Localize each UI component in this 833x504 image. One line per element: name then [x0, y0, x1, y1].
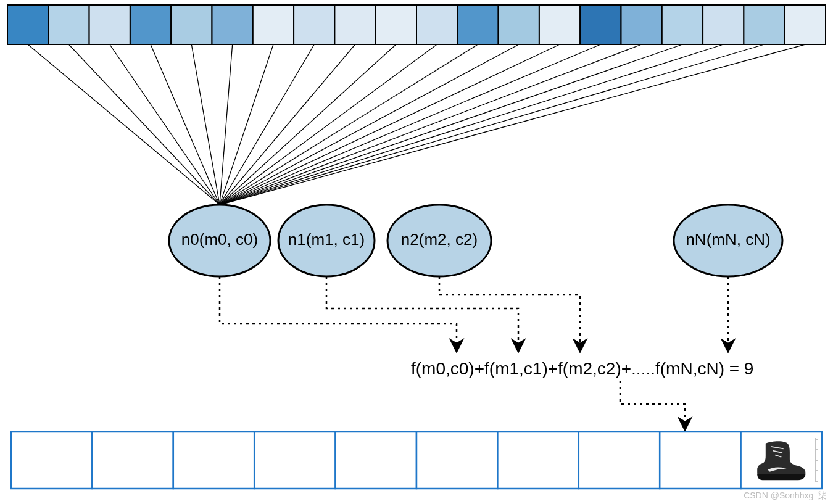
input-cell [499, 5, 539, 44]
input-cell [334, 5, 375, 44]
svg-line-14 [220, 44, 600, 205]
input-cell [785, 5, 826, 44]
svg-line-4 [191, 44, 220, 205]
input-cell [621, 5, 662, 44]
neuron-n0-label: n0(m0, c0) [181, 230, 258, 249]
node-to-formula-arrows [220, 276, 728, 350]
input-cell [130, 5, 171, 44]
svg-line-1 [68, 44, 220, 205]
aggregation-formula: f(m0,c0)+f(m1,c1)+f(m2,c2)+.....f(mN,cN)… [411, 359, 753, 378]
input-cell [294, 5, 334, 44]
svg-line-11 [220, 44, 478, 205]
input-cell [580, 5, 621, 44]
svg-line-2 [110, 44, 220, 205]
output-cell [92, 432, 173, 489]
watermark-text: CSDN @Sonhhxg_柒 [744, 490, 827, 500]
neuron-nN-label: nN(mN, cN) [686, 230, 770, 249]
output-cell [173, 432, 254, 489]
boot-icon [746, 436, 818, 485]
input-cell [89, 5, 130, 44]
input-cell [48, 5, 89, 44]
input-cell [703, 5, 744, 44]
output-cell [254, 432, 335, 489]
svg-line-13 [220, 44, 560, 205]
svg-line-18 [220, 44, 765, 205]
neuron-n1-label: n1(m1, c1) [288, 230, 365, 249]
neuron-n1: n1(m1, c1) [278, 205, 375, 276]
svg-line-17 [220, 44, 723, 205]
formula-to-output-arrow [620, 381, 685, 429]
svg-line-0 [28, 44, 220, 205]
output-cell [336, 432, 416, 489]
input-connections [28, 44, 805, 205]
output-cell [11, 432, 92, 489]
output-cell [416, 432, 497, 489]
neuron-n2-label: n2(m2, c2) [401, 230, 478, 249]
input-vector [7, 5, 826, 44]
output-cell [579, 432, 660, 489]
svg-line-15 [220, 44, 642, 205]
neuron-nN: nN(mN, cN) [674, 205, 782, 276]
input-cell [662, 5, 703, 44]
output-cell [497, 432, 578, 489]
svg-line-10 [220, 44, 437, 205]
output-cell [660, 432, 740, 489]
input-cell [457, 5, 498, 44]
input-cell [171, 5, 212, 44]
svg-line-5 [220, 44, 233, 205]
input-cell [376, 5, 416, 44]
input-cell [212, 5, 253, 44]
input-cell [253, 5, 294, 44]
neuron-n2: n2(m2, c2) [387, 205, 491, 276]
svg-line-16 [220, 44, 682, 205]
input-cell [7, 5, 48, 44]
input-cell [539, 5, 580, 44]
neuron-n0: n0(m0, c0) [169, 205, 270, 276]
input-cell [416, 5, 457, 44]
input-cell [744, 5, 784, 44]
svg-line-8 [220, 44, 355, 205]
svg-line-3 [151, 44, 220, 205]
output-vector [11, 432, 822, 489]
